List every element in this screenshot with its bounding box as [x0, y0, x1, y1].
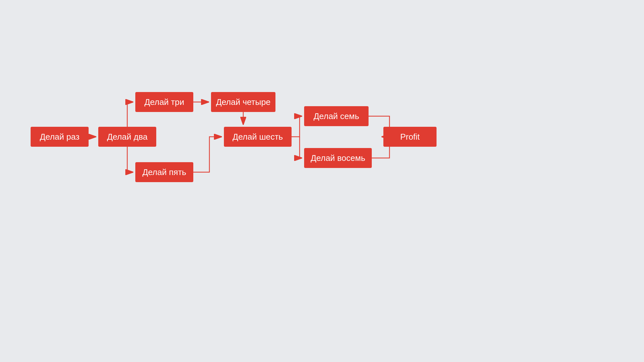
node-n2: Делай два: [98, 127, 156, 147]
node-n5: Делай пять: [135, 162, 193, 182]
node-n9: Profit: [383, 127, 437, 147]
node-n7: Делай семь: [304, 106, 369, 126]
node-n6: Делай шесть: [224, 127, 292, 147]
arrows-svg: [0, 0, 644, 362]
node-n8: Делай восемь: [304, 148, 372, 168]
diagram: Делай разДелай дваДелай триДелай четыреД…: [0, 0, 644, 362]
node-n3: Делай три: [135, 92, 193, 112]
node-n4: Делай четыре: [211, 92, 275, 112]
node-n1: Делай раз: [31, 127, 89, 147]
